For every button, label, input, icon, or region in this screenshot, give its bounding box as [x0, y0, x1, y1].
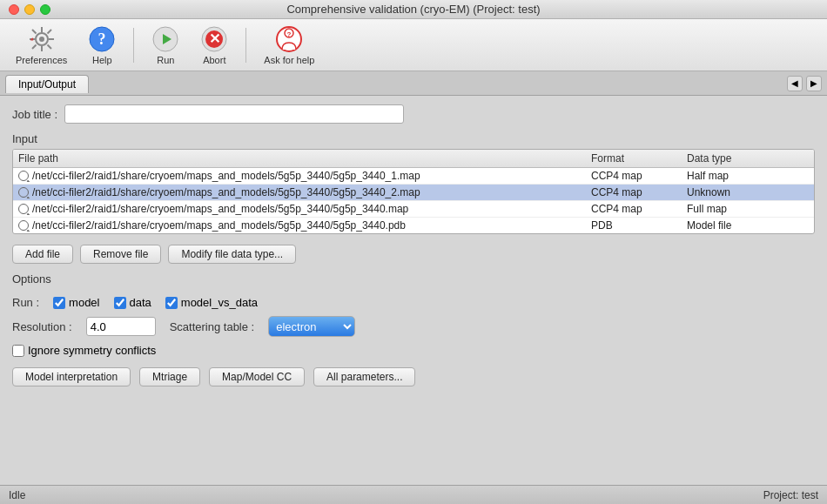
tab-input-output[interactable]: Input/Output [5, 75, 89, 93]
svg-line-6 [32, 30, 37, 34]
tab-next-button[interactable]: ▶ [806, 76, 822, 91]
add-file-button[interactable]: Add file [12, 245, 73, 264]
model-interpretation-button[interactable]: Model interpretation [12, 367, 131, 386]
input-section: Input File path Format Data type /net/cc… [12, 132, 815, 234]
format-cell: CCP4 map [591, 186, 687, 198]
file-path-cell: /net/cci-filer2/raid1/share/cryoem/maps_… [18, 186, 591, 198]
ignore-conflicts-checkbox-item[interactable]: Ignore symmetry conflicts [12, 344, 156, 357]
ask-for-help-icon: ? [275, 25, 303, 53]
model-vs-data-checkbox-item[interactable]: model_vs_data [165, 296, 258, 309]
data-type-cell: Half map [687, 170, 791, 182]
data-checkbox[interactable] [114, 297, 126, 309]
tab-navigation: ◀ ▶ [787, 76, 822, 91]
help-icon: ? [88, 25, 116, 53]
run-options-row: Run : model data model_vs_data [12, 296, 815, 309]
abort-button[interactable]: ✕ Abort [193, 22, 235, 69]
help-button[interactable]: ? Help [81, 22, 123, 69]
format-cell: CCP4 map [591, 203, 687, 215]
preferences-label: Preferences [16, 55, 67, 65]
col-header-format: Format [591, 152, 687, 165]
file-icon [18, 171, 29, 181]
run-button[interactable]: Run [145, 22, 186, 69]
col-header-extra [791, 152, 809, 165]
title-bar: Comprehensive validation (cryo-EM) (Proj… [0, 0, 827, 19]
scattering-select[interactable]: electron xray neutron [268, 316, 355, 337]
svg-text:?: ? [287, 30, 292, 38]
svg-line-7 [47, 44, 51, 49]
table-row[interactable]: /net/cci-filer2/raid1/share/cryoem/maps_… [13, 185, 814, 201]
run-option-label: Run : [12, 296, 39, 309]
file-icon [18, 204, 29, 214]
job-title-row: Job title : [12, 104, 815, 124]
ask-for-help-button[interactable]: ? Ask for help [257, 22, 321, 69]
scattering-label: Scattering table : [170, 320, 255, 333]
svg-line-9 [32, 44, 37, 49]
remove-file-button[interactable]: Remove file [80, 245, 161, 264]
input-section-label: Input [12, 132, 815, 145]
data-type-cell: Model file [687, 219, 791, 232]
ask-for-help-label: Ask for help [264, 55, 314, 65]
maximize-button[interactable] [40, 4, 50, 15]
col-header-path: File path [18, 152, 591, 165]
abort-icon: ✕ [200, 25, 228, 53]
resolution-input[interactable] [86, 317, 156, 336]
model-checkbox[interactable] [53, 297, 65, 309]
file-table: File path Format Data type /net/cci-file… [12, 149, 815, 234]
svg-line-8 [47, 30, 51, 34]
run-icon [151, 25, 179, 53]
file-icon [18, 220, 29, 231]
table-row[interactable]: /net/cci-filer2/raid1/share/cryoem/maps_… [13, 201, 814, 218]
format-cell: CCP4 map [591, 170, 687, 182]
minimize-button[interactable] [24, 4, 35, 15]
table-body: /net/cci-filer2/raid1/share/cryoem/maps_… [13, 168, 814, 233]
data-checkbox-item[interactable]: data [114, 296, 151, 309]
toolbar: Preferences ? Help Run ✕ [0, 19, 827, 71]
traffic-lights[interactable] [9, 4, 50, 15]
map-model-cc-button[interactable]: Map/Model CC [209, 367, 305, 386]
format-cell: PDB [591, 219, 687, 232]
file-path-text: /net/cci-filer2/raid1/share/cryoem/maps_… [32, 186, 420, 198]
ignore-conflicts-row: Ignore symmetry conflicts [12, 344, 815, 357]
help-label: Help [92, 55, 112, 65]
model-vs-data-checkbox[interactable] [165, 297, 178, 309]
data-type-cell: Unknown [687, 186, 791, 198]
job-title-label: Job title : [12, 108, 57, 121]
modify-data-type-button[interactable]: Modify file data type... [168, 245, 296, 264]
file-icon [18, 187, 29, 198]
table-row[interactable]: /net/cci-filer2/raid1/share/cryoem/maps_… [13, 168, 814, 185]
resolution-label: Resolution : [12, 320, 72, 333]
data-checkbox-label: data [130, 296, 151, 309]
mtriage-button[interactable]: Mtriage [139, 367, 200, 386]
all-parameters-button[interactable]: All parameters... [313, 367, 415, 386]
status-bar: Idle Project: test [0, 485, 827, 504]
options-section: Options Run : model data model_vs_data R… [12, 272, 815, 386]
status-right: Project: test [763, 489, 818, 501]
file-path-text: /net/cci-filer2/raid1/share/cryoem/maps_… [32, 170, 420, 182]
preferences-icon [28, 25, 56, 53]
resolution-scattering-row: Resolution : Scattering table : electron… [12, 316, 815, 337]
preferences-button[interactable]: Preferences [9, 22, 74, 69]
tab-prev-button[interactable]: ◀ [787, 76, 803, 91]
close-button[interactable] [9, 4, 19, 15]
svg-text:✕: ✕ [209, 31, 220, 46]
file-action-buttons: Add file Remove file Modify file data ty… [12, 245, 815, 264]
model-checkbox-label: model [69, 296, 99, 309]
file-path-cell: /net/cci-filer2/raid1/share/cryoem/maps_… [18, 203, 591, 215]
svg-text:?: ? [98, 30, 106, 48]
file-path-cell: /net/cci-filer2/raid1/share/cryoem/maps_… [18, 219, 591, 232]
svg-point-1 [39, 37, 44, 42]
main-content: Job title : Input File path Format Data … [0, 96, 827, 485]
status-left: Idle [9, 489, 25, 501]
data-type-cell: Full map [687, 203, 791, 215]
table-row[interactable]: /net/cci-filer2/raid1/share/cryoem/maps_… [13, 218, 814, 233]
run-label: Run [157, 55, 174, 65]
col-header-datatype: Data type [687, 152, 791, 165]
model-checkbox-item[interactable]: model [53, 296, 99, 309]
bottom-buttons-row: Model interpretation Mtriage Map/Model C… [12, 367, 815, 386]
ignore-conflicts-checkbox[interactable] [12, 345, 24, 357]
job-title-input[interactable] [64, 104, 404, 124]
options-label: Options [12, 272, 815, 286]
toolbar-separator-2 [245, 28, 246, 63]
tab-bar: Input/Output ◀ ▶ [0, 71, 827, 96]
toolbar-separator-1 [133, 28, 134, 63]
